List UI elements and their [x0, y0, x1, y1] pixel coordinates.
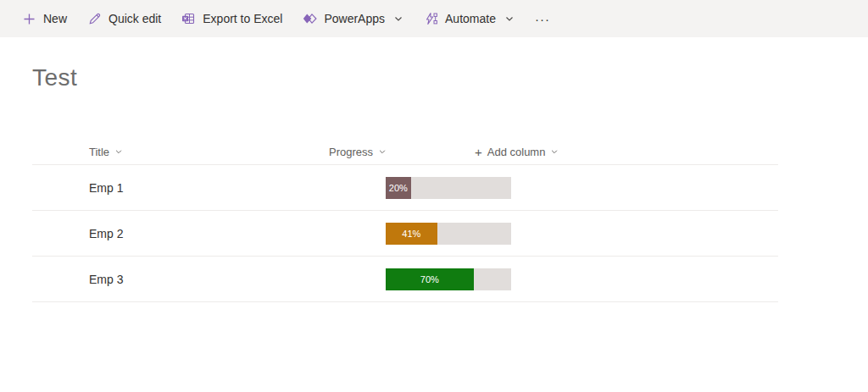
list-rows: Emp 1 20% Emp 2 41%	[32, 164, 778, 302]
export-to-excel-button[interactable]: Export to Excel	[171, 0, 292, 37]
progress-cell: 20%	[386, 177, 531, 199]
powerapps-icon	[303, 12, 317, 26]
new-button-label: New	[43, 12, 67, 25]
progress-cell: 41%	[386, 223, 531, 245]
progress-bar-track: 20%	[386, 177, 511, 199]
progress-value: 20%	[389, 177, 408, 199]
command-bar: New Quick edit Export to Excel PowerApps	[0, 0, 868, 37]
add-column-button[interactable]: + Add column	[475, 145, 559, 159]
quick-edit-button[interactable]: Quick edit	[77, 0, 171, 37]
column-header-title[interactable]: Title	[89, 146, 329, 158]
chevron-down-icon	[378, 147, 387, 156]
progress-value: 41%	[402, 223, 420, 245]
column-header-progress[interactable]: Progress	[329, 146, 475, 158]
progress-bar-track: 70%	[386, 268, 511, 290]
powerapps-label: PowerApps	[324, 12, 385, 25]
row-title: Emp 1	[89, 181, 386, 195]
column-header-title-label: Title	[89, 146, 109, 158]
progress-bar-fill: 20%	[386, 177, 411, 199]
plus-icon	[22, 12, 36, 26]
progress-bar-fill: 41%	[386, 223, 437, 245]
automate-icon	[424, 12, 438, 26]
page-content: Test Title Progress + Add column	[0, 64, 868, 302]
automate-label: Automate	[445, 12, 496, 25]
progress-bar-track: 41%	[386, 223, 511, 245]
automate-menu[interactable]: Automate	[414, 0, 525, 37]
progress-bar-fill: 70%	[386, 268, 474, 290]
more-commands-button[interactable]: ···	[525, 12, 560, 26]
add-column-label: Add column	[487, 146, 546, 158]
list-row-emp1[interactable]: Emp 1 20%	[32, 165, 778, 211]
excel-icon	[181, 12, 196, 26]
list-row-emp2[interactable]: Emp 2 41%	[32, 211, 778, 257]
column-header-progress-label: Progress	[329, 146, 373, 158]
progress-value: 70%	[420, 268, 439, 290]
powerapps-menu[interactable]: PowerApps	[292, 0, 414, 37]
new-button[interactable]: New	[12, 0, 77, 37]
progress-cell: 70%	[386, 268, 531, 290]
chevron-down-icon	[504, 14, 515, 24]
add-column-plus-icon: +	[475, 145, 482, 159]
list-row-emp3[interactable]: Emp 3 70%	[32, 257, 778, 302]
row-title: Emp 2	[89, 227, 386, 240]
pencil-icon	[87, 12, 102, 26]
list-view: Title Progress + Add column	[32, 139, 778, 302]
chevron-down-icon	[114, 147, 123, 156]
row-title: Emp 3	[89, 273, 386, 286]
quick-edit-label: Quick edit	[108, 12, 161, 25]
export-to-excel-label: Export to Excel	[203, 12, 282, 25]
page-title: Test	[32, 64, 836, 91]
list-header-row: Title Progress + Add column	[32, 139, 778, 164]
chevron-down-icon	[550, 147, 559, 156]
chevron-down-icon	[393, 14, 403, 24]
